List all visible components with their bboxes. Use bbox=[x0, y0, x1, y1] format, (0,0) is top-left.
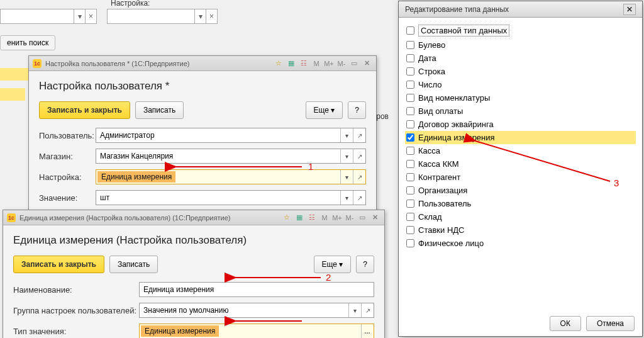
m-minus-icon[interactable]: M- bbox=[336, 59, 347, 69]
shop-field[interactable]: Магазин Канцелярия ▾ ↗ bbox=[96, 149, 366, 164]
type-label: Контрагент bbox=[418, 172, 460, 182]
dropdown-icon[interactable]: ▾ bbox=[340, 191, 353, 205]
dropdown-icon[interactable]: ▾ bbox=[348, 303, 361, 317]
save-button[interactable]: Записать bbox=[135, 101, 184, 119]
type-row[interactable]: Вид оплаты bbox=[405, 104, 636, 118]
type-checkbox[interactable] bbox=[406, 147, 414, 155]
window-title: Настройка пользователя * (1С:Предприятие… bbox=[45, 60, 190, 67]
more-button[interactable]: Еще ▾ bbox=[314, 256, 352, 273]
ellipsis-icon[interactable]: … bbox=[361, 324, 374, 338]
type-label: Число bbox=[418, 80, 441, 89]
bg-yellow-bar-2 bbox=[0, 88, 25, 101]
open-icon[interactable]: ↗ bbox=[353, 149, 365, 163]
titlebar[interactable]: 1c Единица измерения (Настройка пользова… bbox=[3, 210, 384, 225]
type-checkbox[interactable] bbox=[406, 226, 414, 234]
type-row[interactable]: Организация bbox=[405, 184, 636, 197]
type-row[interactable]: Строка bbox=[405, 65, 636, 78]
type-checkbox[interactable] bbox=[406, 173, 414, 181]
save-button[interactable]: Записать bbox=[109, 256, 158, 273]
type-checkbox[interactable] bbox=[406, 120, 414, 128]
save-close-button[interactable]: Записать и закрыть bbox=[13, 256, 104, 273]
close-icon[interactable]: ✕ bbox=[369, 213, 380, 223]
unit-setting-window: 1c Единица измерения (Настройка пользова… bbox=[3, 210, 385, 338]
type-checkbox[interactable] bbox=[406, 54, 414, 62]
type-label: Касса ККМ bbox=[418, 159, 459, 169]
calculator-icon[interactable]: ▦ bbox=[286, 59, 297, 69]
type-checkbox[interactable] bbox=[406, 107, 414, 115]
type-row[interactable]: Договор эквайринга bbox=[405, 118, 636, 131]
user-field[interactable]: Администратор ▾ ↗ bbox=[96, 128, 366, 143]
dropdown-icon[interactable]: ▾ bbox=[340, 170, 353, 184]
type-checkbox[interactable] bbox=[406, 186, 414, 194]
type-row[interactable]: Дата bbox=[405, 52, 636, 65]
type-checkbox[interactable] bbox=[406, 94, 414, 102]
user-settings-window: 1c Настройка пользователя * (1С:Предприя… bbox=[28, 55, 377, 220]
composite-label: Составной тип данных bbox=[418, 25, 509, 37]
m-icon[interactable]: M bbox=[311, 59, 322, 69]
close-icon[interactable]: ✕ bbox=[361, 59, 372, 69]
titlebar[interactable]: 1c Настройка пользователя * (1С:Предприя… bbox=[29, 56, 376, 71]
maximize-icon[interactable]: ▭ bbox=[348, 59, 360, 69]
group-field[interactable]: Значения по умолчанию ▾ ↗ bbox=[139, 303, 374, 318]
type-label: Склад bbox=[418, 212, 442, 222]
type-row[interactable]: Булево bbox=[405, 38, 636, 52]
type-checkbox[interactable] bbox=[406, 81, 414, 89]
favorite-icon[interactable]: ☆ bbox=[273, 59, 284, 69]
type-row[interactable]: Число bbox=[405, 78, 636, 91]
help-button[interactable]: ? bbox=[348, 101, 366, 119]
save-close-button[interactable]: Записать и закрыть bbox=[39, 101, 130, 119]
m-icon[interactable]: M bbox=[319, 213, 330, 223]
type-row[interactable]: Склад bbox=[405, 210, 636, 223]
type-row[interactable]: Вид номенклатуры bbox=[405, 91, 636, 104]
type-row[interactable]: Касса bbox=[405, 144, 636, 157]
type-field[interactable]: Единица измерения … bbox=[139, 324, 374, 338]
open-icon[interactable]: ↗ bbox=[361, 303, 374, 317]
open-icon[interactable]: ↗ bbox=[353, 191, 365, 205]
dialog-titlebar[interactable]: Редактирование типа данных ✕ bbox=[399, 1, 642, 18]
type-checkbox[interactable] bbox=[406, 200, 414, 208]
type-row[interactable]: Контрагент bbox=[405, 171, 636, 184]
cancel-button[interactable]: Отмена bbox=[586, 316, 635, 331]
clear-icon[interactable]: × bbox=[85, 9, 96, 23]
bg-setting-field-1[interactable]: ▾× bbox=[0, 9, 97, 24]
bg-setting-field-2[interactable]: ▾× bbox=[107, 9, 218, 24]
composite-type-row[interactable]: Составной тип данных bbox=[405, 23, 636, 38]
type-checkbox[interactable] bbox=[406, 133, 414, 142]
bg-search-button[interactable]: енить поиск bbox=[0, 35, 55, 50]
type-label: Договор эквайринга bbox=[418, 120, 494, 129]
calculator-icon[interactable]: ▦ bbox=[294, 213, 305, 223]
close-icon[interactable]: ✕ bbox=[623, 4, 636, 15]
type-checkbox[interactable] bbox=[406, 67, 414, 76]
type-checkbox[interactable] bbox=[406, 160, 414, 168]
m-plus-icon[interactable]: M+ bbox=[323, 59, 335, 69]
m-minus-icon[interactable]: M- bbox=[344, 213, 355, 223]
dropdown-icon[interactable]: ▾ bbox=[194, 9, 206, 23]
open-icon[interactable]: ↗ bbox=[353, 128, 365, 142]
clear-icon[interactable]: × bbox=[206, 9, 217, 23]
open-icon[interactable]: ↗ bbox=[353, 170, 365, 184]
ok-button[interactable]: ОК bbox=[550, 316, 581, 331]
type-row[interactable]: Единица измерения bbox=[405, 131, 636, 144]
composite-checkbox[interactable] bbox=[406, 26, 414, 35]
m-plus-icon[interactable]: M+ bbox=[331, 213, 343, 223]
dropdown-icon[interactable]: ▾ bbox=[340, 128, 353, 142]
calendar-icon[interactable]: ☷ bbox=[298, 59, 309, 69]
type-row[interactable]: Касса ККМ bbox=[405, 157, 636, 171]
type-checkbox[interactable] bbox=[406, 213, 414, 221]
type-row[interactable]: Ставки НДС bbox=[405, 223, 636, 237]
type-row[interactable]: Физическое лицо bbox=[405, 237, 636, 250]
dropdown-icon[interactable]: ▾ bbox=[340, 149, 353, 163]
type-row[interactable]: Пользователь bbox=[405, 197, 636, 210]
type-checkbox[interactable] bbox=[406, 41, 414, 49]
favorite-icon[interactable]: ☆ bbox=[281, 213, 292, 223]
maximize-icon[interactable]: ▭ bbox=[357, 213, 368, 223]
app-icon: 1c bbox=[33, 59, 42, 68]
name-field[interactable]: Единица измерения bbox=[139, 282, 374, 297]
value-field[interactable]: шт ▾ ↗ bbox=[96, 190, 366, 205]
type-checkbox[interactable] bbox=[406, 239, 414, 247]
dropdown-icon[interactable]: ▾ bbox=[74, 9, 85, 23]
calendar-icon[interactable]: ☷ bbox=[306, 213, 318, 223]
help-button[interactable]: ? bbox=[356, 256, 374, 273]
setting-field[interactable]: Единица измерения ▾ ↗ bbox=[96, 169, 366, 184]
more-button[interactable]: Еще ▾ bbox=[306, 101, 343, 119]
